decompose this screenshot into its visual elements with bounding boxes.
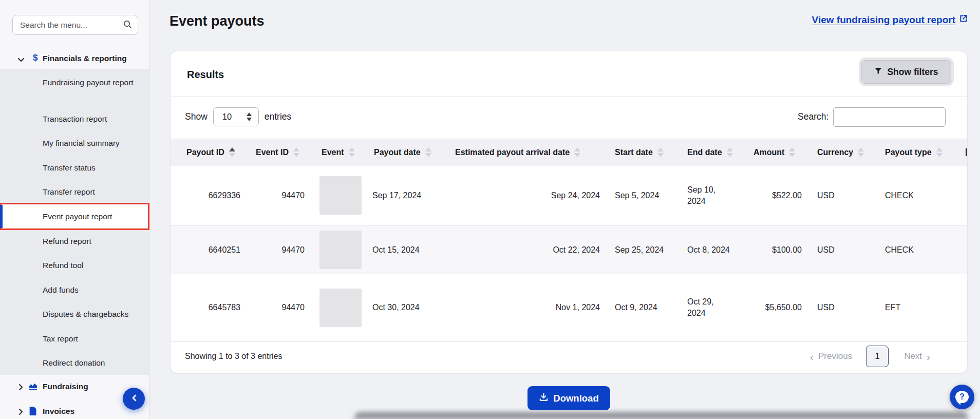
page-size-select[interactable]: 10: [213, 107, 259, 126]
sidebar-item-redirect-donation[interactable]: Redirect donation: [43, 357, 105, 369]
sidebar-item-transfer-status[interactable]: Transfer status: [43, 162, 96, 174]
column-label: Event: [322, 148, 344, 157]
cell-amount: $100.00: [747, 226, 809, 274]
window-shadow: [354, 412, 968, 419]
cell-payout-type: EFT: [878, 274, 966, 341]
fundraising-chart-icon: [29, 382, 37, 393]
menu-search-input[interactable]: [12, 15, 138, 35]
sidebar-item-my-financial-summary[interactable]: My financial summary: [43, 138, 120, 149]
column-label: Payout type: [885, 148, 932, 157]
download-icon: [539, 392, 549, 405]
payouts-table: Payout ID Event ID Event Payout date Est…: [171, 139, 967, 341]
sidebar-item-transfer-report[interactable]: Transfer report: [43, 186, 95, 198]
sidebar-group-label: Financials & reporting: [43, 54, 127, 63]
event-image-placeholder: [319, 231, 362, 269]
sidebar-group-financials[interactable]: $ Financials & reporting: [0, 48, 150, 69]
cell-event: [308, 226, 367, 274]
column-label: Amount: [753, 148, 784, 157]
results-title: Results: [187, 69, 224, 81]
column-header-start-date[interactable]: Start date: [609, 139, 683, 166]
column-header-amount[interactable]: Amount: [747, 139, 809, 166]
table-row: 6629336 94470 Sep 17, 2024 Sep 24, 2024 …: [171, 166, 967, 226]
column-header-currency[interactable]: Currency: [809, 139, 878, 166]
chevron-right-icon: [18, 408, 24, 417]
external-link-icon: [959, 14, 968, 26]
sidebar-group-label: Fundraising: [43, 382, 88, 391]
previous-page-button[interactable]: ‹ Previous: [810, 351, 852, 361]
cell-estimated-arrival: Nov 1, 2024: [449, 274, 609, 341]
chevron-right-icon: [18, 384, 24, 393]
cell-currency: USD: [809, 226, 878, 274]
column-header-event-id[interactable]: Event ID: [247, 139, 308, 166]
show-filters-button[interactable]: Show filters: [861, 60, 951, 84]
page-size-control: Show 10 entries: [185, 107, 291, 126]
cell-event-id: 94470: [247, 274, 308, 341]
active-item-accent-bar: [0, 205, 3, 228]
column-header-end-date[interactable]: End date: [683, 139, 747, 166]
cell-payout-date: Oct 15, 2024: [367, 226, 449, 274]
select-arrows-icon: [247, 112, 252, 121]
cell-estimated-arrival: Sep 24, 2024: [449, 166, 609, 226]
column-header-estimated-arrival[interactable]: Estimated payout arrival date: [449, 139, 609, 166]
cell-start-date: Oct 9, 2024: [609, 274, 683, 341]
sidebar-item-transaction-report[interactable]: Transaction report: [43, 113, 107, 125]
event-image-placeholder: [319, 289, 362, 327]
column-label: Event ID: [256, 148, 289, 157]
app-window: $ Financials & reporting Fundraising pay…: [0, 0, 980, 419]
sidebar-item-fundraising-payout-report[interactable]: Fundraising payout report: [43, 77, 135, 88]
sort-icon: [727, 147, 733, 157]
sort-icon: [657, 147, 664, 157]
sort-icon: [574, 147, 580, 157]
cell-start-date: Sep 5, 2024: [609, 166, 683, 226]
chevron-down-icon: [17, 55, 25, 65]
help-bubble-icon: ?: [955, 391, 969, 403]
cell-estimated-arrival: Oct 22, 2024: [449, 226, 609, 274]
download-button[interactable]: Download: [527, 386, 610, 410]
cell-event-id: 94470: [247, 226, 308, 274]
cell-payout-id: 6629336: [171, 166, 247, 226]
sidebar-item-event-payout-report[interactable]: Event payout report: [43, 211, 112, 222]
next-page-button[interactable]: Next ›: [904, 351, 930, 361]
chevron-left-icon: [131, 394, 137, 404]
show-label: Show: [185, 111, 208, 122]
sidebar-item-refund-report[interactable]: Refund report: [43, 236, 91, 247]
cell-end-date: Oct 8, 2024: [683, 226, 747, 274]
payouts-table-container: Payout ID Event ID Event Payout date Est…: [171, 139, 967, 341]
column-label: Currency: [817, 148, 853, 157]
page-size-value: 10: [222, 112, 232, 122]
question-mark-glyph: ?: [959, 392, 965, 402]
column-header-payout-date[interactable]: Payout date: [367, 139, 449, 166]
cell-clipped: [966, 166, 967, 226]
help-button[interactable]: ?: [950, 385, 974, 409]
column-header-payout-type[interactable]: Payout type: [878, 139, 966, 166]
sidebar: $ Financials & reporting Fundraising pay…: [0, 0, 150, 419]
cell-end-date: Oct 29, 2024: [683, 274, 747, 341]
sidebar-item-disputes-chargebacks[interactable]: Disputes & chargebacks: [43, 309, 128, 320]
page-number-button[interactable]: 1: [866, 346, 889, 367]
search-label: Search:: [798, 111, 828, 122]
sidebar-item-add-funds[interactable]: Add funds: [43, 284, 79, 296]
showing-entries-text: Showing 1 to 3 of 3 entries: [185, 352, 282, 361]
sort-icon: [789, 147, 795, 157]
table-search-input[interactable]: [833, 107, 946, 127]
cell-payout-type: CHECK: [878, 226, 966, 274]
cell-amount: $5,650.00: [747, 274, 809, 341]
column-header-payout-id[interactable]: Payout ID: [171, 139, 247, 166]
invoices-document-icon: [29, 407, 36, 417]
cell-currency: USD: [809, 274, 878, 341]
sort-icon: [349, 147, 355, 157]
column-header-clipped[interactable]: [966, 139, 967, 166]
cell-payout-id: 6645783: [171, 274, 247, 341]
sidebar-item-tax-report[interactable]: Tax report: [43, 333, 78, 345]
sidebar-item-refund-tool[interactable]: Refund tool: [43, 260, 83, 271]
sidebar-collapse-button[interactable]: [123, 388, 145, 410]
cell-payout-date: Sep 17, 2024: [367, 166, 449, 226]
table-row: 6640251 94470 Oct 15, 2024 Oct 22, 2024 …: [171, 226, 967, 274]
cell-start-date: Sep 25, 2024: [609, 226, 683, 274]
pagination: ‹ Previous 1 Next ›: [810, 345, 930, 368]
cell-event: [308, 274, 367, 341]
view-fundraising-payout-report-link[interactable]: View fundraising payout report: [812, 14, 968, 26]
column-label: End date: [687, 148, 722, 157]
column-header-event[interactable]: Event: [308, 139, 367, 166]
event-image-placeholder: [319, 176, 362, 215]
